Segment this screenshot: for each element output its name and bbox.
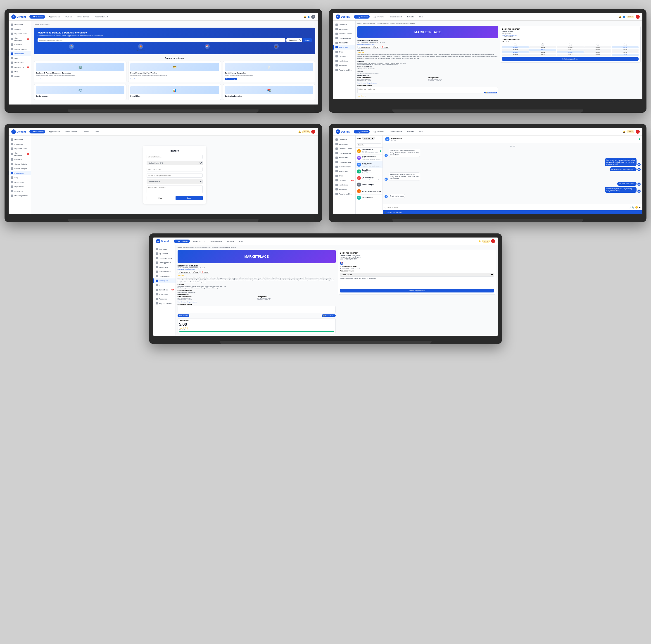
s4-dentaldrop[interactable]: Dental Drop5 (333, 178, 355, 183)
clear-btn[interactable]: Clear (147, 196, 174, 200)
s3-website[interactable]: Custom Website (9, 162, 31, 166)
s5-dentaldrop[interactable]: Dental Drop5 (153, 287, 176, 292)
s3-paperless[interactable]: Paperless Forms (9, 146, 31, 151)
time-slot[interactable]: 11:30 AM (584, 54, 611, 56)
notif-icon-1[interactable]: 🔔 (304, 16, 306, 18)
s4-dash[interactable]: Dashboard (333, 137, 355, 142)
sidebar-shop-2[interactable]: Shop (333, 50, 355, 54)
time-slot[interactable]: 11:00 AM (557, 51, 584, 53)
emoji-btn[interactable]: 😊 (635, 206, 638, 209)
nav-password-1[interactable]: Password wallet (93, 15, 110, 19)
cat-supply[interactable]: 🦷 Dental Supply Companies Browse and com… (223, 61, 315, 82)
s3-dentaldrop[interactable]: Dental Drop (9, 180, 31, 184)
s3-dashboard[interactable]: Dashboard (9, 137, 31, 142)
google-reviews-5[interactable]: Google Reviews (187, 301, 197, 303)
professional-services-icon[interactable]: 💼 Professional Services (270, 44, 283, 51)
time-slot[interactable]: 11:00 AM (502, 51, 529, 53)
s5-dash[interactable]: Dashboard (153, 247, 176, 251)
s3-notifications[interactable]: My Calendar (9, 184, 31, 189)
nav-direct-2[interactable]: Direct Connect (388, 15, 404, 19)
chat-user-marcus[interactable]: MM Marcus Morgan (355, 181, 382, 188)
nav-appointments-2[interactable]: Appointments (371, 15, 386, 19)
s3-marketplace[interactable]: Marketplace (9, 171, 31, 175)
time-slot[interactable]: 10:30 AM (502, 49, 529, 51)
sidebar-resources-2[interactable]: Resources (333, 63, 355, 68)
notif-3[interactable]: 🔔 (298, 130, 301, 133)
sidebar-report-2[interactable]: Report a problem (333, 68, 355, 72)
user-icon-1[interactable]: 👤 (307, 16, 310, 18)
search-input-mp[interactable] (37, 38, 285, 42)
cat-lawyers[interactable]: ⚖️ Dental Lawyers (34, 84, 126, 100)
sidebar-marketplace-1[interactable]: Marketplace (9, 51, 31, 56)
user-reviews-link[interactable]: User Reviews (358, 82, 366, 84)
promote-rating-btn[interactable]: ⭐ Promote Rating (322, 314, 336, 317)
time-slot[interactable]: 10:30 AM (529, 49, 556, 51)
s3-account[interactable]: My Account (9, 142, 31, 146)
sidebar-dentaldrop-2[interactable]: Dental Drop (333, 54, 355, 59)
nav-appointments-1[interactable]: Appointments (47, 15, 62, 19)
s5-paper[interactable]: Paperless Forms (153, 256, 176, 260)
time-slot[interactable]: 11:30 AM (529, 54, 556, 56)
time-slot[interactable]: 10:30 AM (584, 49, 611, 51)
notif-4[interactable]: 🔔 (623, 130, 625, 133)
shop-btn-5[interactable]: 🛒 Shop Products (178, 271, 191, 274)
inquire-btn-5[interactable]: ❓ Inquire (200, 271, 209, 274)
s5-report[interactable]: Report a problem (153, 301, 176, 306)
shop-products-btn[interactable]: 🛒 Shop Products (358, 46, 371, 49)
meeting-notes[interactable] (340, 280, 494, 286)
attachment-btn[interactable]: 📎 (631, 206, 634, 209)
chat-btn-5[interactable]: 💬 Chat (192, 271, 199, 274)
schedule-btn-5[interactable]: Schedule Appointment (340, 289, 494, 293)
sidebar-acct-2[interactable]: My Account (333, 27, 355, 31)
sidebar-dashboard-1[interactable]: Dashboard (9, 22, 31, 27)
events-icon[interactable]: 📅 Events (205, 44, 210, 51)
chat-user-jenny[interactable]: JW Jenny Wilson Dr. Pello Hello, there i… (355, 161, 382, 168)
review-textarea[interactable] (358, 87, 498, 93)
user-icon-2[interactable]: 👤 (623, 16, 625, 18)
categories-select[interactable]: Categories (286, 38, 302, 42)
notif-5[interactable]: 🔔 (478, 240, 481, 242)
sidebar-case-2[interactable]: Case Approvals (333, 36, 355, 40)
post-review-btn[interactable]: Post Review (178, 314, 189, 317)
sidebar-imould-1[interactable]: iMouldCAM (9, 42, 31, 47)
s4-website[interactable]: Custom Website (333, 160, 355, 164)
nav-patients-3[interactable]: Patients (81, 130, 91, 133)
review-textarea-5[interactable] (178, 306, 336, 313)
s4-shop[interactable]: Shop (333, 174, 355, 178)
nav-chat-3[interactable]: Chat (93, 130, 100, 133)
sidebar-website-1[interactable]: Custom Website (9, 47, 31, 51)
inquire-btn-vendor[interactable]: ❓ Inquire (380, 46, 389, 49)
s5-marketplace[interactable]: Marketplace (153, 278, 176, 283)
vendor-web-5[interactable]: http://www.northwestern.com (178, 269, 336, 270)
cat-education[interactable]: 📚 Continuing Education (223, 84, 315, 100)
s5-imould[interactable]: iMouldCAM (153, 265, 176, 269)
s4-notif[interactable]: Notifications (333, 183, 355, 187)
sidebar-notifications-1[interactable]: Notifications 5 (9, 65, 31, 69)
search-btn-mp[interactable]: Search (303, 38, 312, 42)
nav-direct-1[interactable]: Direct Connect (75, 15, 91, 19)
s4-resources[interactable]: Resources (333, 187, 355, 192)
sidebar-notif-2[interactable]: Notifications (333, 59, 355, 63)
promote-btn[interactable]: ⭐ Promote Rating (484, 92, 497, 93)
cat-insurance[interactable]: 🏢 Business & Personal Insurance Companie… (34, 61, 126, 82)
chat-user-darlene[interactable]: DA Darlene Adison Good morning, both, ho… (355, 175, 382, 181)
s4-marketplace[interactable]: Marketplace (333, 169, 355, 174)
sidebar-imould-2[interactable]: iMouldCAM (333, 40, 355, 45)
membership-link[interactable]: Learn More (130, 78, 137, 80)
chat-message-input[interactable] (384, 206, 631, 209)
nav-chat-4[interactable]: Chat (417, 130, 425, 133)
cat-cpas[interactable]: 📊 Dental CPAs (128, 84, 221, 100)
time-slot[interactable]: 11:00 AM (584, 51, 611, 53)
comments-input[interactable] (147, 185, 203, 193)
s3-report[interactable]: Report a problem (9, 193, 31, 198)
sidebar-account-1[interactable]: Account (9, 27, 31, 31)
sidebar-dash-2[interactable]: Dashboard (333, 22, 355, 27)
sidebar-paper-2[interactable]: Paperless Forms (333, 31, 355, 36)
service-select-5[interactable]: Select Service (340, 273, 494, 277)
s3-imould[interactable]: iMouldCAM (9, 157, 31, 162)
nav-patients-2[interactable]: Patients (405, 15, 415, 19)
s3-widgets[interactable]: Custom Widgets (9, 166, 31, 171)
trusted-vendors-icon[interactable]: 🏪 Trusted Vendors (66, 44, 76, 51)
s3-shop[interactable]: Shop (9, 175, 31, 180)
s5-shop[interactable]: Shop (153, 283, 176, 287)
